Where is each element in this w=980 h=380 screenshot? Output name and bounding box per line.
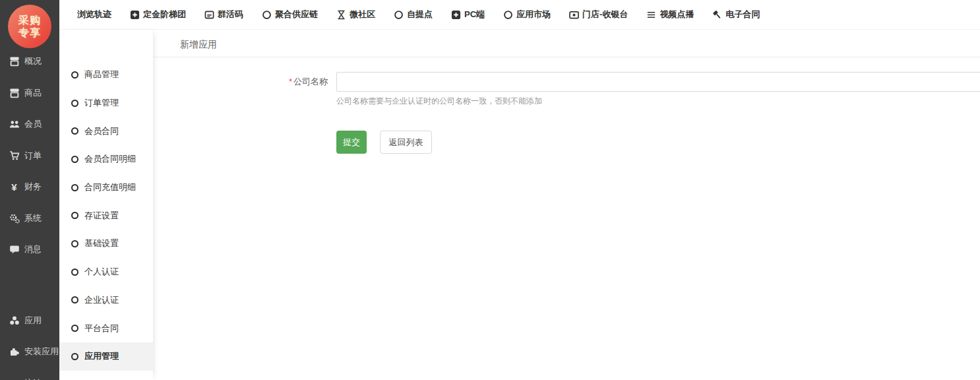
radio-circle-icon — [71, 71, 78, 79]
main-content: 新增应用 *公司名称 公司名称需要与企业认证时的公司名称一致，否则不能添加 提交… — [153, 30, 980, 380]
sidebar-item-system[interactable]: 系统 — [0, 208, 59, 228]
sidebar-item-label: 会员 — [24, 118, 42, 130]
sidebar-item-goods[interactable]: 商品 — [0, 83, 59, 103]
radio-circle-icon — [71, 127, 78, 135]
topnav-item-micro-community[interactable]: 微社区 — [336, 9, 375, 20]
submenu-item-label: 会员合同明细 — [84, 153, 136, 165]
overview-box-icon — [9, 56, 20, 67]
submenu-item-platform-contract[interactable]: 平台合同 — [59, 314, 153, 342]
sidebar-item-stats[interactable]: 统计 — [0, 373, 59, 380]
submenu-item-api-log[interactable]: API日志 — [59, 371, 153, 380]
topnav-item-browse-track[interactable]: 浏览轨迹 — [77, 9, 111, 20]
topnav-item-label: 视频点播 — [659, 9, 694, 20]
radio-circle-icon — [71, 353, 78, 360]
sidebar-item-label: 应用 — [24, 315, 42, 327]
primary-sidebar: 采购 专享 概况 商品 会员 订单 ¥ 财务 系统 消息 — [0, 0, 59, 380]
circle-icon — [503, 10, 513, 20]
members-icon — [9, 119, 20, 129]
submenu-item-label: 合同充值明细 — [84, 181, 136, 193]
topnav-item-deposit-ladder-group[interactable]: 定金阶梯团 — [130, 9, 186, 20]
hourglass-icon — [336, 10, 346, 20]
sidebar-item-label: 消息 — [24, 243, 42, 255]
radio-circle-icon — [71, 156, 78, 163]
required-asterisk: * — [289, 77, 292, 86]
submenu-item-member-contract-detail[interactable]: 会员合同明细 — [59, 145, 153, 174]
apps-cluster-icon — [9, 315, 20, 326]
submit-button[interactable]: 提交 — [336, 131, 367, 154]
submenu-item-label: 企业认证 — [84, 294, 119, 306]
topnav-item-label: 定金阶梯团 — [143, 9, 186, 20]
topnav-item-pickup-point[interactable]: 自提点 — [394, 9, 433, 20]
submenu-item-contract-recharge-detail[interactable]: 合同充值明细 — [59, 174, 153, 202]
form-buttons: 提交 返回列表 — [336, 131, 432, 154]
submenu-item-label: 会员合同 — [84, 125, 119, 137]
submenu-item-order-management[interactable]: 订单管理 — [59, 89, 153, 117]
topnav-item-supply-chain[interactable]: 聚合供应链 — [262, 9, 318, 20]
top-navigation: 浏览轨迹 定金阶梯团 群活码 聚合供应链 微社区 自提点 PC端 应用市场 — [59, 0, 980, 30]
topnav-item-label: 电子合同 — [725, 9, 760, 20]
topnav-item-e-contract[interactable]: 电子合同 — [712, 9, 760, 20]
sidebar-item-apps[interactable]: 应用 — [0, 311, 59, 331]
goods-box-icon — [9, 88, 20, 98]
submenu-item-app-management[interactable]: 应用管理 — [59, 342, 153, 371]
sidebar-item-orders[interactable]: 订单 — [0, 146, 59, 166]
submenu-item-label: 存证设置 — [84, 210, 119, 222]
panel-icon — [204, 10, 214, 20]
submenu-item-enterprise-auth[interactable]: 企业认证 — [59, 286, 153, 315]
topnav-item-label: 门店-收银台 — [582, 9, 628, 20]
submenu-item-basic-settings[interactable]: 基础设置 — [59, 230, 153, 258]
back-to-list-button[interactable]: 返回列表 — [380, 131, 432, 154]
sidebar-item-messages[interactable]: 消息 — [0, 239, 59, 259]
system-gears-icon — [9, 213, 20, 224]
topnav-item-label: 自提点 — [407, 9, 433, 20]
orders-cart-icon — [9, 150, 20, 161]
submenu-item-label: 商品管理 — [84, 69, 119, 80]
submenu-item-goods-management[interactable]: 商品管理 — [59, 61, 153, 89]
company-name-help-text: 公司名称需要与企业认证时的公司名称一致，否则不能添加 — [336, 96, 542, 107]
sidebar-item-members[interactable]: 会员 — [0, 114, 59, 134]
submenu-item-label: 订单管理 — [84, 97, 119, 109]
sidebar-item-install-apps[interactable]: 安装应用 — [0, 342, 59, 362]
sidebar-item-label: 商品 — [24, 87, 42, 99]
app-logo[interactable]: 采购 专享 — [8, 5, 51, 48]
sidebar-item-overview[interactable]: 概况 — [0, 51, 59, 71]
topnav-item-label: 群活码 — [218, 9, 243, 20]
plus-square-icon — [130, 10, 140, 20]
topnav-item-app-market[interactable]: 应用市场 — [503, 9, 551, 20]
topnav-item-label: 微社区 — [350, 9, 375, 20]
company-name-label-text: 公司名称 — [293, 77, 328, 86]
plus-square-icon — [451, 10, 461, 20]
circle-icon — [394, 10, 404, 20]
logo-line2: 专享 — [18, 26, 41, 39]
submenu-item-label: 基础设置 — [84, 238, 119, 249]
message-bubble-icon — [9, 244, 20, 255]
radio-circle-icon — [71, 184, 78, 191]
menu-lines-icon — [646, 10, 656, 20]
topnav-item-label: 应用市场 — [516, 9, 551, 20]
submenu-item-deposit-cert-settings[interactable]: 存证设置 — [59, 201, 153, 230]
company-name-input[interactable] — [336, 72, 980, 92]
radio-circle-icon — [71, 325, 78, 332]
sidebar-item-label: 系统 — [24, 212, 42, 224]
radio-circle-icon — [71, 240, 78, 247]
radio-circle-icon — [71, 212, 78, 219]
topnav-item-label: PC端 — [464, 9, 485, 20]
submenu-item-label: 平台合同 — [84, 323, 119, 334]
submenu-item-label: 个人认证 — [84, 266, 119, 278]
topnav-item-label: 聚合供应链 — [275, 9, 318, 20]
topnav-item-video-on-demand[interactable]: 视频点播 — [646, 9, 694, 20]
topnav-item-label: 浏览轨迹 — [77, 9, 111, 20]
sidebar-item-label: 财务 — [24, 181, 42, 193]
sidebar-item-label: 安装应用 — [24, 346, 59, 358]
sidebar-item-label: 订单 — [24, 150, 42, 162]
submenu-item-personal-auth[interactable]: 个人认证 — [59, 258, 153, 286]
topnav-item-store-cashier[interactable]: 门店-收银台 — [569, 9, 628, 20]
topnav-item-group-qr[interactable]: 群活码 — [204, 9, 243, 20]
logo-line1: 采购 — [18, 14, 41, 26]
sidebar-item-label: 统计 — [24, 377, 42, 380]
sidebar-item-finance[interactable]: ¥ 财务 — [0, 177, 59, 197]
radio-circle-icon — [71, 269, 78, 276]
topnav-item-pc-side[interactable]: PC端 — [451, 9, 485, 20]
submenu-item-member-contract[interactable]: 会员合同 — [59, 117, 153, 145]
circle-icon — [262, 10, 272, 20]
